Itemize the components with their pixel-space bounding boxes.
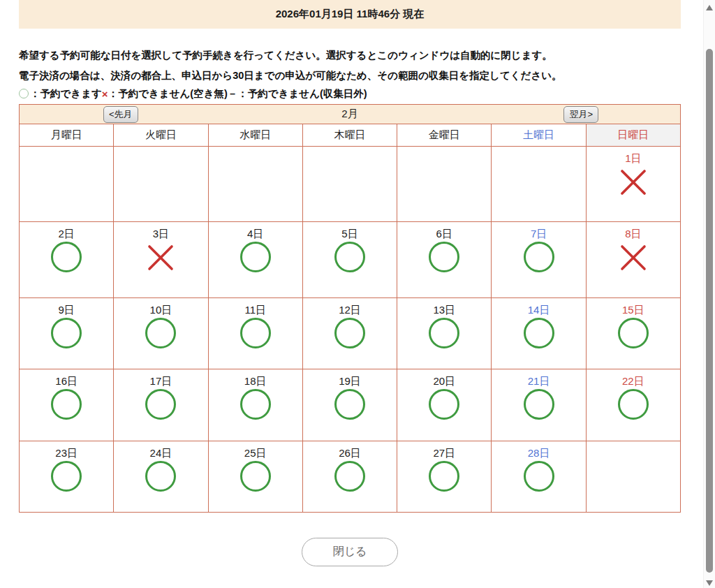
scrollbar-down-arrow-icon[interactable] [706, 580, 713, 586]
symbol-area [397, 318, 491, 354]
calendar-day-cell-25[interactable]: 25日 [208, 441, 302, 513]
calendar-day-cell-empty [492, 147, 586, 222]
available-circle-button[interactable] [145, 389, 176, 420]
symbol-area [492, 461, 585, 497]
calendar-day-cell-17[interactable]: 17日 [114, 369, 208, 441]
symbol-area [587, 441, 680, 447]
available-circle-button[interactable] [524, 318, 554, 348]
calendar-day-cell-23[interactable]: 23日 [20, 441, 114, 513]
available-circle-button[interactable] [240, 461, 271, 492]
calendar-day-cell-12[interactable]: 12日 [302, 298, 397, 369]
symbol-area [303, 242, 397, 278]
calendar-week-row: 1日 [20, 147, 681, 222]
symbol-area [397, 147, 491, 152]
available-circle-button[interactable] [524, 461, 554, 492]
available-circle-button[interactable] [429, 318, 459, 348]
symbol-area [492, 242, 585, 278]
calendar-day-cell-empty [114, 147, 208, 222]
unavailable-nocollect-dash-icon: － [228, 87, 238, 101]
calendar-day-cell-6[interactable]: 6日 [397, 222, 492, 298]
available-circle-button[interactable] [51, 461, 82, 492]
prev-month-button[interactable]: <先月 [103, 106, 138, 123]
calendar-day-cell-19[interactable]: 19日 [302, 369, 397, 441]
symbol-area [397, 461, 491, 497]
calendar-day-cell-empty [302, 147, 397, 222]
symbol-area [114, 318, 207, 354]
calendar-day-cell-5[interactable]: 5日 [302, 222, 397, 298]
calendar-day-cell-28[interactable]: 28日 [492, 441, 586, 513]
available-circle-button[interactable] [240, 389, 271, 420]
date-label: 11日 [209, 298, 302, 318]
symbol-area [114, 147, 207, 152]
symbol-area [492, 389, 585, 425]
calendar-day-cell-14[interactable]: 14日 [492, 298, 586, 369]
calendar-day-cell-16[interactable]: 16日 [20, 369, 114, 441]
calendar-day-cell-11[interactable]: 11日 [208, 298, 302, 369]
symbol-area [303, 461, 397, 497]
unavailable-full-legend-label: ：予約できません(空き無) [108, 87, 228, 101]
date-label: 12日 [303, 298, 397, 318]
close-button[interactable]: 閉じる [302, 538, 398, 566]
calendar-day-cell-18[interactable]: 18日 [208, 369, 302, 441]
available-circle-button[interactable] [145, 318, 176, 348]
calendar-day-cell-9[interactable]: 9日 [20, 298, 114, 369]
available-circle-button[interactable] [334, 461, 365, 492]
available-circle-button[interactable] [240, 242, 271, 272]
available-circle-button[interactable] [51, 389, 82, 420]
available-circle-button[interactable] [429, 461, 459, 492]
available-circle-button[interactable] [618, 318, 649, 348]
reservation-calendar-table: <先月 2月 翌月> 月曜日火曜日水曜日木曜日金曜日土曜日日曜日 1日2日3日4… [19, 104, 681, 513]
date-label: 19日 [303, 369, 397, 389]
calendar-day-cell-7[interactable]: 7日 [492, 222, 586, 298]
day-header-6: 日曜日 [586, 124, 680, 147]
available-circle-button[interactable] [145, 461, 176, 492]
calendar-day-cell-22[interactable]: 22日 [586, 369, 680, 441]
date-label: 28日 [492, 441, 585, 461]
calendar-day-cell-4[interactable]: 4日 [208, 222, 302, 298]
status-legend: ：予約できます × ：予約できません(空き無) － ：予約できません(収集日外) [19, 86, 681, 101]
symbol-area [587, 166, 680, 204]
calendar-body: 1日2日3日4日5日6日7日8日9日10日11日12日13日14日15日16日1… [20, 147, 681, 513]
symbol-area [114, 461, 207, 497]
calendar-day-cell-21[interactable]: 21日 [492, 369, 586, 441]
available-circle-button[interactable] [429, 242, 459, 272]
scrollbar-thumb[interactable] [706, 49, 713, 573]
available-circle-button[interactable] [334, 389, 365, 420]
month-header-cell: <先月 2月 翌月> [20, 105, 681, 124]
vertical-scrollbar[interactable] [703, 0, 715, 588]
available-circle-button[interactable] [240, 318, 271, 348]
scrollbar-up-arrow-icon[interactable] [706, 5, 713, 10]
available-circle-button[interactable] [51, 242, 82, 272]
symbol-area [20, 461, 113, 497]
available-circle-button[interactable] [334, 318, 365, 348]
calendar-day-cell-20[interactable]: 20日 [397, 369, 492, 441]
next-month-button[interactable]: 翌月> [563, 106, 598, 123]
calendar-day-cell-10[interactable]: 10日 [114, 298, 208, 369]
symbol-area [587, 318, 680, 354]
date-label: 26日 [303, 441, 397, 461]
symbol-area [20, 147, 113, 152]
date-label: 15日 [587, 298, 680, 318]
available-circle-button[interactable] [524, 242, 554, 272]
available-circle-button[interactable] [524, 389, 554, 420]
available-circle-button[interactable] [429, 389, 459, 420]
calendar-day-cell-24[interactable]: 24日 [114, 441, 208, 513]
calendar-day-cell-27[interactable]: 27日 [397, 441, 492, 513]
date-label: 27日 [397, 441, 491, 461]
calendar-day-cell-13[interactable]: 13日 [397, 298, 492, 369]
available-circle-button[interactable] [618, 389, 649, 420]
available-circle-button[interactable] [334, 242, 365, 272]
date-label: 22日 [587, 369, 680, 389]
calendar-day-cell-2[interactable]: 2日 [20, 222, 114, 298]
unavailable-full-cross-icon: × [102, 88, 108, 100]
available-circle-button[interactable] [51, 318, 82, 348]
calendar-day-cell-26[interactable]: 26日 [302, 441, 397, 513]
calendar-week-row: 2日3日4日5日6日7日8日 [20, 222, 681, 298]
calendar-day-cell-15[interactable]: 15日 [586, 298, 680, 369]
date-label: 17日 [114, 369, 207, 389]
unavailable-nocollect-legend-label: ：予約できません(収集日外) [237, 87, 367, 101]
symbol-area [587, 242, 680, 279]
symbol-area [303, 318, 397, 354]
date-label: 13日 [397, 298, 491, 318]
calendar-week-row: 9日10日11日12日13日14日15日 [20, 298, 681, 369]
